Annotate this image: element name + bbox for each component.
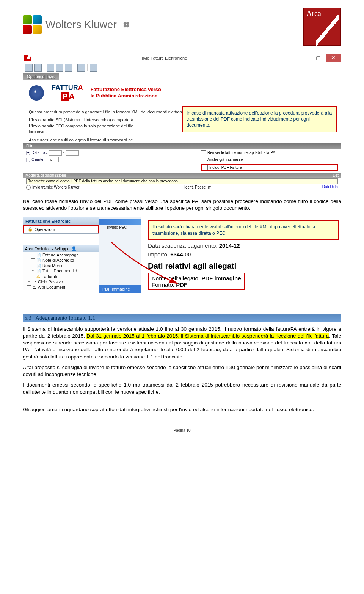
callout-box-1: In caso di mancata attivazione dell'opzi… [182, 106, 337, 132]
user-icon [71, 246, 77, 251]
clover-icon [123, 21, 130, 28]
document-icon [36, 269, 41, 273]
paragraph-1: Nel caso fosse richiesto l'invio dei PDF… [23, 198, 341, 212]
screenshot-2: Fatturazione Elettronic Operazioni Arca … [23, 217, 341, 293]
tree-item[interactable]: +🗂Ciclo Passivo [23, 279, 99, 284]
paste-icon[interactable] [65, 64, 72, 72]
paragraph-5: Gli aggiornamenti riguardano soprattutto… [23, 406, 341, 413]
fatturapa-logo: FATTURA PA [52, 84, 83, 102]
section-heading-5-3: 5.3 Adeguamento formato 1.1 [23, 314, 341, 322]
document-icon [36, 253, 41, 257]
importo-line: Importo: 6344.00 [148, 251, 339, 258]
copy-icon[interactable] [56, 64, 63, 72]
tree-item[interactable]: Resi Merce [23, 263, 99, 268]
minimize-button[interactable]: — [295, 54, 311, 62]
procedure-description: Questa procedura provvede a generare i f… [23, 106, 341, 143]
nav-back-icon[interactable] [25, 64, 33, 72]
tree-item-operazioni[interactable]: Operazioni [23, 225, 99, 233]
svg-point-1 [126, 22, 129, 25]
ident-paese-input[interactable] [207, 185, 217, 190]
svg-point-0 [124, 22, 126, 25]
tree-item[interactable]: +🗂Altri Documenti [23, 284, 99, 290]
toolbar [23, 63, 341, 73]
ribbon-tab-opzioni[interactable]: Opzioni di invio [23, 73, 59, 80]
tree-item-fatturati[interactable]: Fatturati [23, 273, 99, 279]
filter-header: Filtri [23, 143, 341, 149]
paragraph-3: A tal proposito si consiglia di inviare … [23, 364, 341, 378]
subpanel-title: Arca Evolution - Sviluppo [23, 245, 99, 252]
dati-ditta-link[interactable]: Dati Ditta [322, 185, 338, 190]
emblem-icon [29, 85, 44, 101]
wk-icon [23, 15, 42, 34]
tree-item[interactable]: +Note di Accredito [23, 258, 99, 263]
panel-title-fatturazione: Fatturazione Elettronic [23, 217, 99, 225]
filter-date-label: [+] Data doc. [26, 151, 49, 155]
allegato-box: Nome dell'allegato: PDF immagine Formato… [148, 273, 245, 290]
tree-item[interactable]: +Tutti i Documenti d [23, 268, 99, 273]
page-header: Wolters Kluwer Arca [23, 8, 341, 46]
warning-icon [36, 274, 40, 279]
nav-fwd-icon[interactable] [34, 64, 42, 72]
paragraph-2: Il Sistema di Interscambio supporterà la… [23, 326, 341, 360]
close-button[interactable]: ✕ [326, 54, 341, 62]
date-from[interactable] [49, 150, 62, 156]
checkbox-includi-pdf-row: Includi PDF Fattura [201, 164, 338, 171]
document-icon [36, 263, 41, 268]
tree-item[interactable]: +Fatture Accompagn [23, 252, 99, 258]
wolters-kluwer-logo: Wolters Kluwer [23, 15, 130, 34]
svg-point-3 [126, 25, 129, 27]
window-title: Invio Fatture Elettroniche [32, 56, 295, 60]
arca-logo: Arca [303, 8, 341, 46]
wk-logo-text: Wolters Kluwer [46, 19, 117, 31]
filter-cliente-label: [=] Cliente [26, 157, 49, 162]
checkbox-includi-pdf[interactable] [203, 165, 208, 170]
page-number: Pagina 10 [23, 428, 341, 432]
checkbox-trasmesse[interactable] [201, 157, 206, 162]
paragraph-4: I documenti emessi secondo le specifiche… [23, 382, 341, 395]
modalita-label: Modalità di trasmissione [25, 173, 66, 178]
allegati-heading: Dati relativi agli allegati [148, 261, 339, 270]
progress-bar [99, 219, 141, 225]
fatturapa-title: Fatturazione Elettronica verso la Pubbli… [91, 86, 161, 99]
cut-icon[interactable] [47, 64, 54, 72]
titlebar: Invio Fatture Elettroniche — ▢ ✕ [23, 53, 341, 63]
pdf-immagine-label: PDF immagine [99, 285, 141, 293]
help-icon[interactable] [90, 64, 97, 72]
checkbox-reinvia[interactable] [201, 150, 206, 155]
maximize-button[interactable]: ▢ [311, 54, 326, 62]
window-invio-fatture: Invio Fatture Elettroniche — ▢ ✕ Opzioni… [23, 53, 341, 191]
tooltip-includi-pdf: Trasmette come allegato il PDF della fat… [26, 178, 338, 184]
inviato-pec-label: Inviato PEC [99, 225, 141, 229]
cliente-input[interactable] [49, 157, 59, 162]
app-icon [24, 55, 31, 61]
radio-wk[interactable] [26, 185, 31, 190]
document-icon [36, 258, 41, 262]
date-to[interactable] [66, 150, 79, 156]
callout-box-2: Il risultato sarà chiaramente visibile a… [148, 220, 339, 240]
lock-icon [28, 227, 33, 232]
highlighted-text: Dal 31 gennaio 2015 al 1 febbraio 2015, … [86, 333, 329, 339]
refresh-icon[interactable] [77, 64, 85, 72]
svg-point-2 [124, 25, 126, 27]
data-scadenza-line: Data scadenza pagamento: 2014-12 [148, 242, 339, 249]
